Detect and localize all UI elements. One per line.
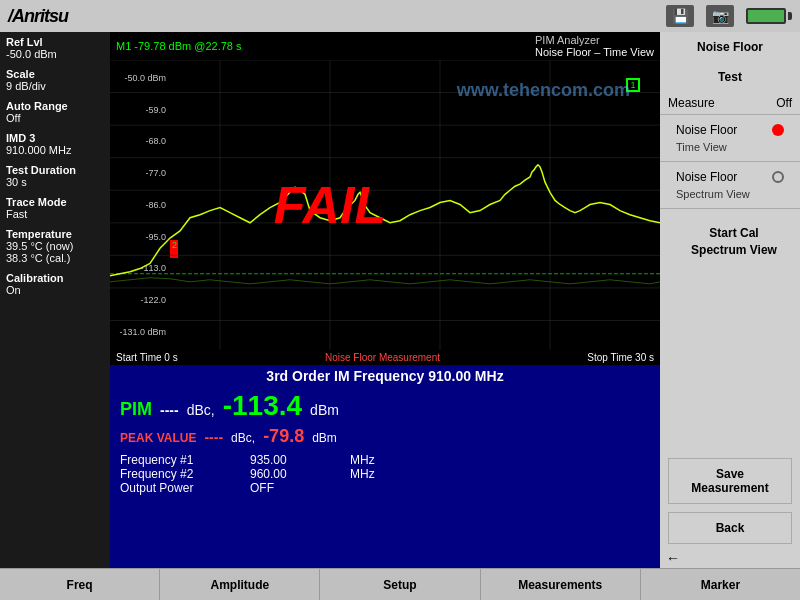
noise-floor-radio1-row[interactable]: Noise Floor bbox=[668, 119, 792, 141]
noise-floor-radio2-label: Noise Floor bbox=[676, 170, 737, 184]
time-view-sublabel: Time View bbox=[668, 141, 792, 157]
imd3-block: IMD 3 910.000 MHz bbox=[6, 132, 104, 156]
stop-time-label: Stop Time 30 s bbox=[587, 352, 654, 363]
peak-dashes: ---- bbox=[204, 429, 223, 445]
battery-indicator bbox=[746, 8, 792, 24]
ref-lvl-value: -50.0 dBm bbox=[6, 48, 104, 60]
calibration-block: Calibration On bbox=[6, 272, 104, 296]
noise-floor-top-button[interactable]: Noise Floor bbox=[660, 32, 800, 62]
measure-label: Measure bbox=[668, 96, 715, 110]
noise-floor-spectrum-section: Noise Floor Spectrum View bbox=[660, 162, 800, 209]
imd3-title: IMD 3 bbox=[6, 132, 35, 144]
tab-marker[interactable]: Marker bbox=[641, 569, 800, 600]
freq1-label: Frequency #1 bbox=[120, 453, 230, 467]
measure-row: Measure Off bbox=[660, 92, 800, 115]
output-power-value: OFF bbox=[250, 481, 330, 495]
back-button[interactable]: Back bbox=[668, 512, 792, 544]
tab-measurements[interactable]: Measurements bbox=[481, 569, 641, 600]
chart-svg bbox=[110, 60, 660, 350]
freq2-unit: MHz bbox=[350, 467, 375, 481]
trace-mode-block: Trace Mode Fast bbox=[6, 196, 104, 220]
pim-unit: dBm bbox=[310, 402, 339, 418]
peak-value-label: PEAK VALUE bbox=[120, 431, 196, 445]
test-duration-title: Test Duration bbox=[6, 164, 76, 176]
save-measurement-button[interactable]: Save Measurement bbox=[668, 458, 792, 504]
test-duration-value: 30 s bbox=[6, 176, 104, 188]
scale-title: Scale bbox=[6, 68, 35, 80]
scale-value: 9 dB/div bbox=[6, 80, 104, 92]
left-panel: Ref Lvl -50.0 dBm Scale 9 dB/div Auto Ra… bbox=[0, 32, 110, 568]
logo: /Anritsu bbox=[8, 6, 68, 27]
freq2-label: Frequency #2 bbox=[120, 467, 230, 481]
top-bar: /Anritsu 💾 📷 bbox=[0, 0, 800, 32]
freq1-value: 935.00 bbox=[250, 453, 330, 467]
test-duration-block: Test Duration 30 s bbox=[6, 164, 104, 188]
freq2-value: 960.00 bbox=[250, 467, 330, 481]
noise-floor-time-view-section: Noise Floor Time View bbox=[660, 115, 800, 162]
imd3-value: 910.000 MHz bbox=[6, 144, 104, 156]
chart-area: -50.0 dBm -59.0 -68.0 -77.0 -86.0 -95.0 … bbox=[110, 60, 660, 350]
temperature-now: 39.5 °C (now) bbox=[6, 240, 104, 252]
auto-range-title: Auto Range bbox=[6, 100, 68, 112]
trace-mode-title: Trace Mode bbox=[6, 196, 67, 208]
scale-block: Scale 9 dB/div bbox=[6, 68, 104, 92]
tab-amplitude[interactable]: Amplitude bbox=[160, 569, 320, 600]
freq1-unit: MHz bbox=[350, 453, 375, 467]
noise-floor-measurement-label: Noise Floor Measurement bbox=[178, 352, 588, 363]
pim-value: -113.4 bbox=[223, 390, 302, 422]
camera-icon[interactable]: 📷 bbox=[706, 5, 734, 27]
pim-row: PIM ---- dBc, -113.4 dBm bbox=[120, 390, 650, 422]
tab-setup[interactable]: Setup bbox=[320, 569, 480, 600]
pim-analyzer-label: PIM Analyzer bbox=[535, 34, 600, 46]
noise-floor-radio1-label: Noise Floor bbox=[676, 123, 737, 137]
analyzer-header: PIM Analyzer Noise Floor – Time View bbox=[535, 34, 654, 58]
ref-lvl-title: Ref Lvl bbox=[6, 36, 43, 48]
calibration-title: Calibration bbox=[6, 272, 63, 284]
freq2-row: Frequency #2 960.00 MHz bbox=[120, 467, 650, 481]
freq1-row: Frequency #1 935.00 MHz bbox=[120, 453, 650, 467]
chart-header: M1 -79.78 dBm @22.78 s PIM Analyzer Nois… bbox=[110, 32, 660, 60]
spectrum-view-sublabel: Spectrum View bbox=[668, 188, 792, 204]
test-button[interactable]: Test bbox=[660, 62, 800, 92]
top-icons: 💾 📷 bbox=[666, 5, 792, 27]
chart-container: M1 -79.78 dBm @22.78 s PIM Analyzer Nois… bbox=[110, 32, 660, 362]
measurement-label: Measurement bbox=[677, 481, 783, 495]
calibration-value: On bbox=[6, 284, 104, 296]
chart-footer: Start Time 0 s Noise Floor Measurement S… bbox=[110, 350, 660, 365]
auto-range-value: Off bbox=[6, 112, 104, 124]
temperature-block: Temperature 39.5 °C (now) 38.3 °C (cal.) bbox=[6, 228, 104, 264]
center-panel: M1 -79.78 dBm @22.78 s PIM Analyzer Nois… bbox=[110, 32, 660, 568]
pim-dbc: dBc, bbox=[187, 402, 215, 418]
bottom-tabs: Freq Amplitude Setup Measurements Marker bbox=[0, 568, 800, 600]
info-panel: 3rd Order IM Frequency 910.00 MHz PIM --… bbox=[110, 362, 660, 568]
view-title: Noise Floor – Time View bbox=[535, 46, 654, 58]
pim-label: PIM bbox=[120, 399, 152, 420]
left-arrow-icon[interactable]: ← bbox=[660, 548, 800, 568]
peak-unit: dBm bbox=[312, 431, 337, 445]
noise-floor-radio2-row[interactable]: Noise Floor bbox=[668, 166, 792, 188]
tab-freq[interactable]: Freq bbox=[0, 569, 160, 600]
measure-value: Off bbox=[776, 96, 792, 110]
right-spacer bbox=[660, 269, 800, 450]
save-icon[interactable]: 💾 bbox=[666, 5, 694, 27]
peak-dbc: dBc, bbox=[231, 431, 255, 445]
output-power-row: Output Power OFF bbox=[120, 481, 650, 495]
start-cal-spectrum-view-button[interactable]: Start Cal Spectrum View bbox=[664, 217, 800, 267]
noise-floor-radio1-dot bbox=[772, 124, 784, 136]
temperature-title: Temperature bbox=[6, 228, 72, 240]
auto-range-block: Auto Range Off bbox=[6, 100, 104, 124]
info-title: 3rd Order IM Frequency 910.00 MHz bbox=[120, 368, 650, 384]
peak-row: PEAK VALUE ---- dBc, -79.8 dBm bbox=[120, 426, 650, 447]
ref-lvl-block: Ref Lvl -50.0 dBm bbox=[6, 36, 104, 60]
m1-label: M1 -79.78 dBm @22.78 s bbox=[116, 40, 242, 52]
noise-floor-radio2-dot bbox=[772, 171, 784, 183]
start-time-label: Start Time 0 s bbox=[116, 352, 178, 363]
output-power-label: Output Power bbox=[120, 481, 230, 495]
trace-mode-value: Fast bbox=[6, 208, 104, 220]
pim-dashes: ---- bbox=[160, 402, 179, 418]
temperature-cal: 38.3 °C (cal.) bbox=[6, 252, 104, 264]
save-label: Save bbox=[677, 467, 783, 481]
right-panel: Noise Floor Test Measure Off Noise Floor… bbox=[660, 32, 800, 568]
main-area: Ref Lvl -50.0 dBm Scale 9 dB/div Auto Ra… bbox=[0, 32, 800, 568]
peak-value: -79.8 bbox=[263, 426, 304, 447]
